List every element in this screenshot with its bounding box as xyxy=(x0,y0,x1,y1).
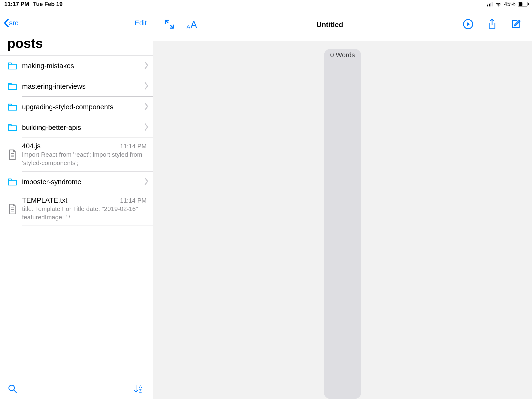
search-icon[interactable] xyxy=(8,384,17,394)
item-name: upgrading-styled-components xyxy=(22,103,113,111)
chevron-right-icon xyxy=(144,82,149,90)
battery-percentage: 45% xyxy=(504,1,515,7)
document-title: Untitled xyxy=(317,21,343,29)
item-name: TEMPLATE.txt xyxy=(22,196,67,204)
file-icon xyxy=(5,150,20,160)
file-icon xyxy=(5,204,20,214)
play-icon[interactable] xyxy=(463,19,474,31)
editor-toolbar: AA Untitled xyxy=(153,8,532,41)
item-time: 11:14 PM xyxy=(120,197,147,204)
sidebar: src Edit posts making-mistakesmastering-… xyxy=(0,8,153,399)
word-count-badge: 0 Words xyxy=(324,49,361,399)
file-list[interactable]: making-mistakesmastering-interviewsupgra… xyxy=(0,55,153,379)
chevron-right-icon xyxy=(144,103,149,111)
empty-row xyxy=(0,267,153,308)
battery-icon xyxy=(518,2,529,6)
item-name: 404.js xyxy=(22,142,40,150)
folder-icon xyxy=(5,103,20,111)
folder-icon xyxy=(5,62,20,70)
sort-az-icon[interactable]: AZ xyxy=(134,384,145,394)
file-row[interactable]: TEMPLATE.txt11:14 PMtitle: Template For … xyxy=(0,192,153,226)
item-preview: import React from 'react'; import styled… xyxy=(22,151,147,167)
sidebar-bottom-toolbar: AZ xyxy=(0,379,153,399)
compose-icon[interactable] xyxy=(510,19,521,30)
back-button[interactable]: src xyxy=(4,19,19,27)
svg-line-12 xyxy=(14,390,17,393)
chevron-right-icon xyxy=(144,123,149,132)
wifi-icon xyxy=(495,1,502,7)
cellular-icon xyxy=(487,2,493,6)
item-preview: title: Template For Title date: "2019-02… xyxy=(22,205,147,222)
item-name: making-mistakes xyxy=(22,62,74,70)
editor-panel: AA Untitled 0 Words xyxy=(153,8,532,399)
status-time: 11:17 PM xyxy=(4,1,29,7)
status-date: Tue Feb 19 xyxy=(33,1,63,7)
folder-row[interactable]: building-better-apis xyxy=(0,117,153,138)
svg-text:A: A xyxy=(139,384,142,389)
item-name: imposter-syndrome xyxy=(22,178,81,186)
sidebar-nav: src Edit xyxy=(0,8,153,31)
empty-row xyxy=(0,226,153,267)
folder-icon xyxy=(5,123,20,132)
share-icon[interactable] xyxy=(487,19,497,31)
status-bar: 11:17 PM Tue Feb 19 45% xyxy=(0,0,532,8)
item-time: 11:14 PM xyxy=(120,143,147,150)
chevron-right-icon xyxy=(144,178,149,186)
folder-icon xyxy=(5,178,20,186)
folder-row[interactable]: imposter-syndrome xyxy=(0,171,153,192)
folder-row[interactable]: mastering-interviews xyxy=(0,76,153,97)
back-label: src xyxy=(9,19,19,27)
editor-body[interactable]: 0 Words xyxy=(153,41,532,399)
item-name: building-better-apis xyxy=(22,124,81,132)
fullscreen-icon[interactable] xyxy=(164,19,175,30)
folder-row[interactable]: upgrading-styled-components xyxy=(0,97,153,117)
svg-text:Z: Z xyxy=(139,389,142,393)
item-name: mastering-interviews xyxy=(22,82,86,90)
edit-button[interactable]: Edit xyxy=(135,19,147,27)
file-row[interactable]: 404.js11:14 PMimport React from 'react';… xyxy=(0,138,153,171)
folder-icon xyxy=(5,82,20,90)
sidebar-title: posts xyxy=(0,31,153,55)
chevron-right-icon xyxy=(144,62,149,70)
font-size-icon[interactable]: AA xyxy=(187,19,197,30)
folder-row[interactable]: making-mistakes xyxy=(0,56,153,76)
